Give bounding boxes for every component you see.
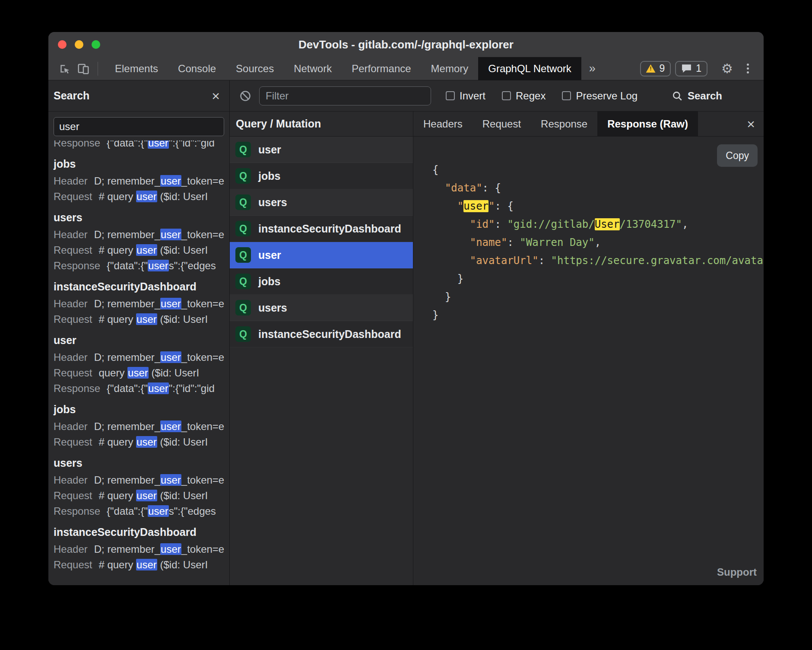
search-result-line[interactable]: Response{"data":{"user":{"id":"gid	[54, 381, 229, 396]
json-token	[432, 182, 445, 194]
zoom-window-button[interactable]	[92, 40, 100, 49]
search-results-list: Response{"data":{"user":{"id":"gidjobsHe…	[48, 140, 229, 585]
request-row-users[interactable]: Qusers	[230, 189, 413, 216]
checkbox-box-regex[interactable]	[502, 91, 511, 100]
inspect-element-icon[interactable]	[58, 62, 71, 75]
search-result-line[interactable]: HeaderD; remember_user_token=e	[54, 472, 229, 488]
search-match-highlight: user	[148, 505, 169, 517]
search-result-line[interactable]: HeaderD; remember_user_token=e	[54, 419, 229, 434]
settings-gear-icon[interactable]: ⚙	[721, 62, 733, 75]
request-label: user	[258, 143, 281, 156]
devtools-tab-network[interactable]: Network	[284, 57, 342, 80]
search-result-line[interactable]: HeaderD; remember_user_token=e	[54, 296, 229, 312]
search-result-line[interactable]: Request# query user ($id: UserI	[54, 488, 229, 503]
devtools-tab-memory[interactable]: Memory	[421, 57, 479, 80]
search-input-wrap	[48, 112, 229, 140]
search-result-text: ($id: UserI	[157, 490, 208, 501]
search-result-line-content: D; remember_user_token=e	[94, 421, 224, 432]
json-token: "	[488, 200, 495, 212]
search-result-line[interactable]: Response{"data":{"user":{"id":"gid	[54, 140, 229, 151]
filter-toolbar: InvertRegexPreserve Log Search	[230, 80, 764, 112]
detail-tab-headers[interactable]: Headers	[413, 112, 473, 136]
search-result-line[interactable]: HeaderD; remember_user_token=e	[54, 173, 229, 189]
search-result-text: D; remember_	[94, 298, 160, 309]
filter-input[interactable]	[259, 86, 431, 105]
search-result-line[interactable]: Request# query user ($id: UserI	[54, 312, 229, 327]
search-result-line[interactable]: Request# query user ($id: UserI	[54, 434, 229, 450]
copy-button[interactable]: Copy	[717, 144, 758, 167]
search-input[interactable]	[54, 117, 224, 136]
search-result-line[interactable]: Request# query user ($id: UserI	[54, 557, 229, 573]
search-result-line[interactable]: Request# query user ($id: UserI	[54, 242, 229, 258]
search-match-highlight: user	[136, 313, 157, 325]
request-row-instancesecuritydashboard[interactable]: QinstanceSecurityDashboard	[230, 321, 413, 347]
search-match-highlight: user	[160, 351, 181, 363]
search-result-line[interactable]: Response{"data":{"users":{"edges	[54, 503, 229, 519]
search-panel: Search × Response{"data":{"user":{"id":"…	[48, 80, 230, 585]
support-link[interactable]: Support	[717, 566, 757, 578]
search-result-line-label: Request	[54, 490, 92, 501]
search-result-text: query	[98, 367, 127, 379]
search-result-title: user	[54, 332, 229, 348]
search-result-title: instanceSecurityDashboard	[54, 279, 229, 294]
search-result-text: s":{"edges	[169, 260, 216, 271]
detail-tab-request[interactable]: Request	[473, 112, 531, 136]
checkbox-box-invert[interactable]	[446, 91, 455, 100]
search-result-text: _token=e	[181, 543, 224, 555]
toolbar-search[interactable]: Search	[672, 90, 764, 102]
issues-badge[interactable]: 9	[640, 61, 671, 76]
request-row-jobs[interactable]: Qjobs	[230, 268, 413, 295]
detail-tab-response[interactable]: Response	[531, 112, 597, 136]
search-result-line-content: {"data":{"user":{"id":"gid	[107, 140, 215, 149]
checkbox-preserve-log[interactable]: Preserve Log	[562, 90, 638, 102]
window-title: DevTools - gitlab.com/-/graphql-explorer	[298, 38, 514, 51]
request-row-user[interactable]: Quser	[230, 242, 413, 268]
search-result-line[interactable]: HeaderD; remember_user_token=e	[54, 227, 229, 242]
devtools-tab-graphql-network[interactable]: GraphQL Network	[478, 57, 581, 80]
search-match-highlight: user	[160, 229, 181, 240]
close-detail-icon[interactable]: ×	[747, 117, 755, 131]
devtools-tab-sources[interactable]: Sources	[226, 57, 284, 80]
search-result-line-content: {"data":{"user":{"id":"gid	[107, 382, 215, 394]
request-row-users[interactable]: Qusers	[230, 295, 413, 321]
request-row-instancesecuritydashboard[interactable]: QinstanceSecurityDashboard	[230, 216, 413, 242]
devtools-tab-console[interactable]: Console	[168, 57, 226, 80]
close-search-panel-icon[interactable]: ×	[212, 89, 220, 103]
messages-badge[interactable]: 1	[675, 61, 707, 76]
search-result-line[interactable]: HeaderD; remember_user_token=e	[54, 542, 229, 557]
search-result-line[interactable]: HeaderD; remember_user_token=e	[54, 350, 229, 365]
block-requests-icon[interactable]	[239, 90, 251, 102]
search-match-highlight: user	[160, 421, 181, 432]
search-result-line-content: # query user ($id: UserI	[98, 244, 208, 256]
search-result-line[interactable]: Request# query user ($id: UserI	[54, 189, 229, 204]
search-result-group: userHeaderD; remember_user_token=eReques…	[54, 332, 229, 396]
request-row-user[interactable]: Quser	[230, 137, 413, 163]
devtools-tab-elements[interactable]: Elements	[105, 57, 168, 80]
tabbar-right-cluster: 9 1 ⚙	[640, 61, 764, 76]
search-result-line-label: Header	[54, 175, 88, 187]
search-result-line-content: # query user ($id: UserI	[98, 191, 208, 202]
devtools-tab-performance[interactable]: Performance	[342, 57, 421, 80]
minimize-window-button[interactable]	[75, 40, 83, 49]
json-token: :	[539, 255, 551, 267]
search-result-text: ($id: UserI	[157, 313, 208, 325]
json-token: ,	[682, 218, 688, 230]
request-label: instanceSecurityDashboard	[258, 328, 401, 341]
search-result-title: users	[54, 455, 229, 471]
search-match-highlight: user	[160, 298, 181, 309]
search-result-line[interactable]: Requestquery user ($id: UserI	[54, 365, 229, 381]
checkbox-invert[interactable]: Invert	[446, 90, 485, 102]
devtools-tabbar: ElementsConsoleSourcesNetworkPerformance…	[48, 57, 764, 80]
search-result-line[interactable]: Response{"data":{"users":{"edges	[54, 258, 229, 274]
request-label: jobs	[258, 275, 280, 288]
raw-response-json: { "data": { "user": { "id": "gid://gitla…	[413, 137, 764, 324]
more-panels-button[interactable]: »	[589, 62, 596, 75]
detail-tab-response-raw[interactable]: Response (Raw)	[597, 112, 698, 136]
checkbox-box-preserve-log[interactable]	[562, 91, 571, 100]
checkbox-regex[interactable]: Regex	[502, 90, 546, 102]
close-window-button[interactable]	[58, 40, 67, 49]
more-options-icon[interactable]	[747, 67, 749, 70]
device-toolbar-icon[interactable]	[77, 62, 90, 75]
request-row-jobs[interactable]: Qjobs	[230, 163, 413, 189]
json-token: "id"	[470, 218, 495, 230]
